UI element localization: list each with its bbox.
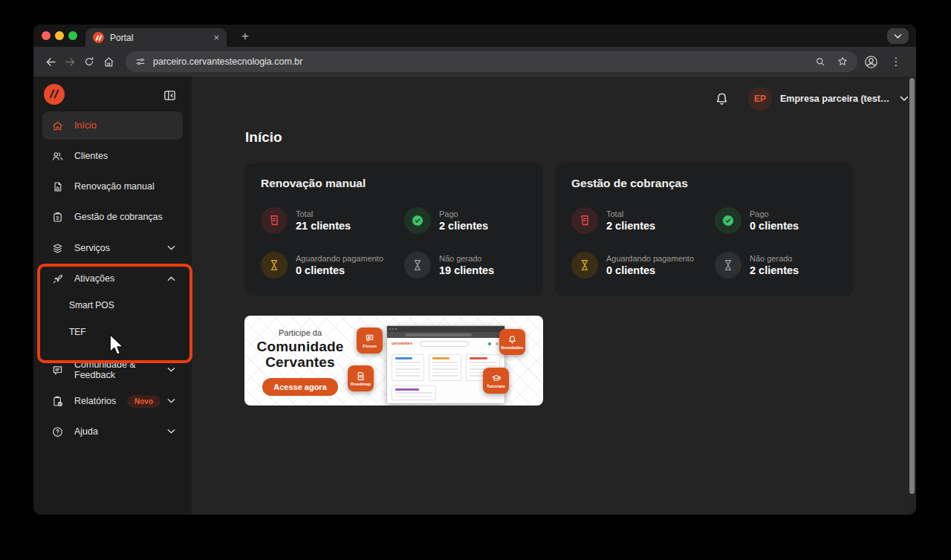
billing-clipboard-icon: $	[51, 210, 65, 224]
stat-label: Total	[296, 209, 351, 218]
search-icon[interactable]	[814, 56, 826, 68]
tutoriais-tile[interactable]: Tutoriais	[483, 368, 509, 394]
sidebar-item-label: Ajuda	[74, 426, 98, 437]
roadmap-file-icon	[356, 371, 366, 381]
header-right: EP Empresa parceira (test…	[714, 87, 909, 111]
sidebar-item-label: Clientes	[74, 151, 108, 161]
tab-portal[interactable]: Portal ×	[85, 28, 227, 47]
stat-total: Total 21 clientes	[261, 207, 351, 234]
stat-label: Não gerado	[750, 254, 799, 263]
tile-label: Tutoriais	[487, 384, 505, 388]
address-bar[interactable]: parceiro.cervantestecnologia.com.br	[126, 51, 857, 72]
chevron-down-icon	[167, 367, 175, 373]
profile-icon[interactable]	[863, 54, 879, 70]
sidebar-item-comunidade-feedback[interactable]: Comunidade & Feedback	[42, 356, 183, 384]
sidebar-subitem-smart-pos[interactable]: Smart POS	[42, 292, 183, 319]
preview-logo: cervantes	[392, 341, 412, 345]
account-name[interactable]: Empresa parceira (test…	[780, 94, 889, 104]
banner-cta-button[interactable]: Acesse agora	[262, 378, 338, 396]
fullscreen-window-button[interactable]	[68, 31, 77, 40]
cervantes-favicon	[93, 32, 104, 43]
stat-value: 19 clientes	[439, 264, 494, 276]
account-avatar[interactable]: EP	[748, 87, 772, 111]
reload-button[interactable]	[79, 52, 99, 71]
close-tab-icon[interactable]: ×	[213, 33, 219, 42]
banner-text-block: Participe da Comunidade Cervantes Acesse…	[252, 328, 348, 396]
svg-text:$: $	[56, 215, 59, 220]
seal-check-icon	[715, 207, 741, 234]
sidebar-item-label: Ativações	[74, 273, 114, 284]
tab-search-button[interactable]	[887, 28, 909, 44]
browser-toolbar: parceiro.cervantestecnologia.com.br ⋮	[33, 47, 916, 76]
main-area: EP Empresa parceira (test… Início Renova…	[192, 76, 916, 515]
stat-pago: Pago 2 clientes	[404, 207, 488, 234]
stat-value: 0 clientes	[606, 264, 694, 276]
stat-nao-gerado: Não gerado 19 clientes	[404, 252, 494, 279]
seal-check-icon	[404, 207, 431, 234]
chevron-up-icon	[167, 276, 175, 281]
sidebar-item-label: Gestão de cobranças	[74, 212, 163, 222]
site-settings-icon[interactable]	[134, 56, 146, 68]
bookmark-star-icon[interactable]	[837, 56, 848, 68]
chat-icon	[365, 333, 374, 343]
stat-value: 2 clientes	[606, 220, 655, 232]
stat-value: 0 clientes	[296, 264, 383, 276]
hourglass-icon	[404, 252, 431, 279]
browser-menu-icon[interactable]: ⋮	[886, 52, 906, 71]
novidades-tile[interactable]: Novidades	[499, 329, 525, 355]
home-button[interactable]	[99, 52, 118, 71]
sidebar-item-inicio[interactable]: Início	[42, 111, 183, 140]
page-scrollbar[interactable]	[908, 76, 916, 515]
sidebar-subitem-label: TEF	[69, 327, 86, 337]
bell-icon	[507, 335, 517, 345]
back-button[interactable]	[41, 52, 60, 71]
minimize-window-button[interactable]	[55, 31, 64, 40]
stat-aguardando: Aguardando pagamento 0 clientes	[571, 252, 694, 279]
sidebar-item-clientes[interactable]: Clientes	[42, 142, 183, 170]
stat-value: 2 clientes	[439, 220, 488, 232]
tab-title: Portal	[110, 33, 133, 43]
rocket-icon	[51, 272, 65, 285]
chevron-down-icon	[167, 429, 175, 434]
tile-label: Roadmap	[351, 382, 371, 386]
card-renovacao-manual: Renovação manual Total 21 clientes Pago …	[244, 163, 543, 296]
sidebar-item-servicos[interactable]: Serviços	[42, 234, 183, 262]
banner-kicker: Participe da	[252, 328, 348, 337]
stat-value: 21 clientes	[296, 220, 351, 232]
cervantes-logo	[44, 84, 65, 105]
stat-pago: Pago 0 clientes	[715, 207, 799, 234]
sidebar-item-gestao-cobrancas[interactable]: $ Gestão de cobranças	[42, 203, 183, 231]
scrollbar-thumb[interactable]	[909, 78, 915, 494]
stat-nao-gerado: Não gerado 2 clientes	[715, 252, 799, 279]
page-title: Início	[245, 129, 282, 146]
community-banner[interactable]: Participe da Comunidade Cervantes Acesse…	[244, 316, 543, 406]
users-icon	[51, 149, 65, 163]
document-renew-icon	[51, 180, 65, 193]
forward-button[interactable]	[60, 52, 79, 71]
hourglass-icon	[571, 252, 598, 279]
home-icon	[51, 119, 65, 132]
sidebar-item-label: Serviços	[74, 243, 110, 253]
forum-tile[interactable]: Fórum	[357, 328, 383, 354]
close-window-button[interactable]	[42, 31, 51, 40]
sidebar-item-relatorios[interactable]: Relatórios Novo	[42, 387, 183, 415]
card-title: Gestão de cobranças	[571, 177, 688, 190]
sidebar-subitem-tef[interactable]: TEF	[42, 319, 183, 345]
report-clock-icon	[51, 394, 65, 408]
card-title: Renovação manual	[261, 177, 366, 190]
stat-value: 2 clientes	[750, 264, 799, 276]
new-tab-button[interactable]: +	[241, 29, 249, 44]
stat-value: 0 clientes	[750, 220, 799, 232]
collapse-sidebar-icon[interactable]	[163, 88, 177, 105]
novo-badge: Novo	[127, 395, 160, 408]
card-gestao-cobrancas: Gestão de cobranças Total 2 clientes Pag…	[555, 163, 854, 296]
sidebar-item-ativacoes[interactable]: Ativações	[42, 264, 183, 293]
tile-label: Fórum	[363, 344, 377, 348]
notifications-bell-icon[interactable]	[714, 91, 730, 107]
roadmap-tile[interactable]: Roadmap	[348, 365, 374, 391]
stat-aguardando: Aguardando pagamento 0 clientes	[261, 252, 383, 279]
sidebar-item-renovacao-manual[interactable]: Renovação manual	[42, 172, 183, 201]
stat-total: Total 2 clientes	[571, 207, 655, 234]
sidebar-item-ajuda[interactable]: Ajuda	[42, 417, 183, 446]
sidebar-item-label: Comunidade & Feedback	[74, 359, 167, 380]
